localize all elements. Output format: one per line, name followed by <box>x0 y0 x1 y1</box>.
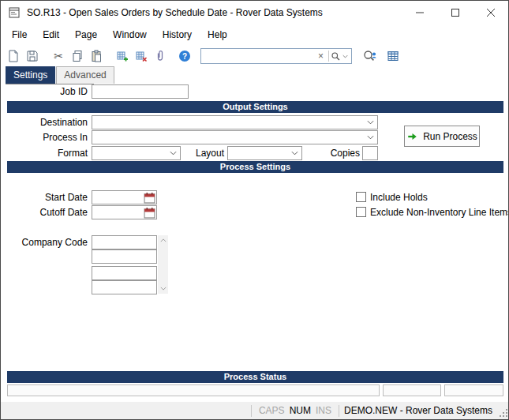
minimize-button[interactable] <box>402 1 437 24</box>
exclude-non-inventory-label: Exclude Non-Inventory Line Items <box>370 207 509 218</box>
copies-label: Copies <box>315 147 360 160</box>
delete-detail-icon[interactable] <box>132 47 151 65</box>
company-code-input-2[interactable] <box>92 249 157 264</box>
close-button[interactable] <box>473 1 508 24</box>
start-date-label: Start Date <box>7 191 88 204</box>
job-id-label: Job ID <box>7 85 88 99</box>
clear-search-icon[interactable]: × <box>315 51 327 62</box>
layout-select[interactable] <box>227 146 302 160</box>
process-in-label: Process In <box>7 131 88 144</box>
toolbar-search: × <box>200 48 352 64</box>
menu-page[interactable]: Page <box>67 26 105 43</box>
menu-help[interactable]: Help <box>200 26 235 43</box>
start-date-input[interactable] <box>92 190 157 204</box>
run-process-button[interactable]: Run Process <box>404 126 480 147</box>
resize-grip[interactable] <box>497 403 508 418</box>
process-status-value-1 <box>383 384 441 396</box>
lookup-user-icon[interactable] <box>360 47 380 65</box>
window-controls <box>402 1 508 24</box>
grid-icon[interactable] <box>384 47 402 65</box>
calendar-icon[interactable] <box>144 192 155 204</box>
layout-label: Layout <box>182 147 224 160</box>
toolbar: ✂ ? × <box>1 45 508 67</box>
process-status-message <box>7 384 380 396</box>
cutoff-date-input[interactable] <box>92 205 157 219</box>
include-holds-checkbox[interactable] <box>356 192 366 202</box>
process-settings-header: Process Settings <box>7 161 503 173</box>
format-select[interactable] <box>92 146 181 160</box>
new-document-icon[interactable] <box>4 47 23 65</box>
process-status-header: Process Status <box>7 371 503 383</box>
run-process-label: Run Process <box>423 131 477 142</box>
exclude-non-inventory-checkbox[interactable] <box>356 207 366 217</box>
chevron-down-icon <box>367 120 374 125</box>
paste-icon[interactable] <box>87 47 106 65</box>
maximize-button[interactable] <box>437 1 473 24</box>
statusbar-divider <box>339 405 339 417</box>
run-arrow-icon <box>406 131 418 142</box>
copies-input[interactable] <box>362 146 378 160</box>
tab-advanced[interactable]: Advanced <box>56 66 114 84</box>
attachment-icon[interactable] <box>151 47 170 65</box>
title-bar: SO.R13 - Open Sales Orders by Schedule D… <box>1 1 508 24</box>
menu-history[interactable]: History <box>155 26 200 43</box>
chevron-down-icon <box>170 151 177 156</box>
process-status-value-2 <box>444 384 503 396</box>
search-icon[interactable] <box>331 51 341 62</box>
include-holds-label: Include Holds <box>370 192 428 203</box>
tab-settings[interactable]: Settings <box>6 66 55 84</box>
calendar-icon[interactable] <box>144 207 155 219</box>
company-code-input-1[interactable] <box>92 235 157 249</box>
menu-window[interactable]: Window <box>105 26 155 43</box>
chevron-down-icon <box>291 151 298 156</box>
connection-info: DEMO.NEW - Rover Data Systems <box>344 405 497 416</box>
window-title: SO.R13 - Open Sales Orders by Schedule D… <box>27 7 323 18</box>
num-indicator: NUM <box>287 405 313 416</box>
company-code-input-3[interactable] <box>92 266 157 280</box>
caps-indicator: CAPS <box>256 405 287 416</box>
svg-text:?: ? <box>182 52 187 61</box>
menu-file[interactable]: File <box>4 26 35 43</box>
statusbar-divider <box>251 405 252 417</box>
copy-icon[interactable] <box>68 47 87 65</box>
destination-label: Destination <box>7 116 88 129</box>
insert-detail-icon[interactable] <box>113 47 132 65</box>
company-code-label: Company Code <box>7 236 88 249</box>
company-code-input-4[interactable] <box>92 280 157 294</box>
chevron-down-icon <box>367 135 374 140</box>
destination-select[interactable] <box>92 115 378 129</box>
search-input[interactable] <box>204 51 315 62</box>
help-icon[interactable]: ? <box>175 47 194 65</box>
cut-icon[interactable]: ✂ <box>49 47 68 65</box>
scroll-up-icon[interactable] <box>158 235 168 246</box>
save-icon[interactable] <box>23 47 42 65</box>
job-id-input[interactable] <box>92 84 189 99</box>
search-divider <box>328 51 329 62</box>
app-icon <box>8 6 21 19</box>
scroll-down-icon[interactable] <box>158 283 168 294</box>
cutoff-date-label: Cutoff Date <box>7 206 88 219</box>
app-window: SO.R13 - Open Sales Orders by Schedule D… <box>0 0 509 420</box>
menu-bar: File Edit Page Window History Help <box>1 24 508 45</box>
status-bar: CAPS NUM INS DEMO.NEW - Rover Data Syste… <box>1 402 508 419</box>
search-dropdown-icon[interactable] <box>341 54 350 58</box>
company-code-scrollbar[interactable] <box>158 235 168 294</box>
tab-strip: Settings Advanced <box>6 66 94 84</box>
output-settings-header: Output Settings <box>7 101 503 113</box>
ins-indicator: INS <box>313 405 334 416</box>
menu-edit[interactable]: Edit <box>35 26 67 43</box>
process-in-select[interactable] <box>92 130 378 144</box>
format-label: Format <box>7 147 88 160</box>
